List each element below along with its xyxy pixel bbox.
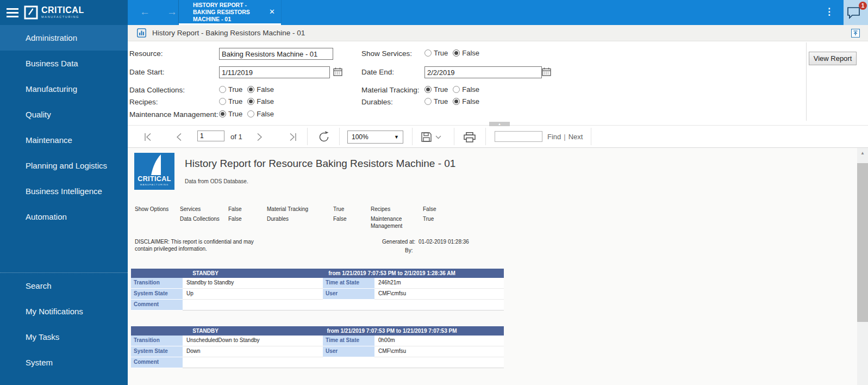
maximize-panel-icon[interactable] xyxy=(851,29,860,38)
data-collections-true-radio[interactable]: True xyxy=(219,85,242,94)
material-tracking-true-radio[interactable]: True xyxy=(424,85,448,94)
find-link[interactable]: Find xyxy=(547,133,561,141)
first-page-icon[interactable] xyxy=(143,133,153,141)
state-period: from 1/21/2019 7:07:53 PM to 2/1/2019 1:… xyxy=(280,269,504,278)
radio-circle-icon[interactable] xyxy=(247,86,254,93)
row-label: User xyxy=(323,289,374,300)
save-export-icon[interactable] xyxy=(421,132,432,142)
radio-circle-icon[interactable] xyxy=(219,110,226,117)
splitter-collapse-handle[interactable]: ▲ xyxy=(489,122,510,126)
zoom-value: 100% xyxy=(352,133,394,141)
resource-input[interactable] xyxy=(219,48,333,60)
recipes-false-radio[interactable]: False xyxy=(247,97,274,105)
data-collections-false-radio[interactable]: False xyxy=(247,85,274,94)
sidebar-item-my-tasks[interactable]: My Tasks xyxy=(0,324,128,350)
page-number-input[interactable] xyxy=(197,131,224,141)
sidebar-item-search[interactable]: Search xyxy=(0,273,128,299)
sidebar-item-quality[interactable]: Quality xyxy=(0,102,128,127)
next-page-icon[interactable] xyxy=(257,133,263,141)
radio-circle-icon[interactable] xyxy=(453,86,460,93)
sidebar-item-administration[interactable]: Administration xyxy=(0,25,128,51)
radio-circle-icon[interactable] xyxy=(247,98,254,105)
maintenance-management-false-radio[interactable]: False xyxy=(247,110,274,118)
toolbar-separator xyxy=(307,128,308,145)
radio-circle-icon[interactable] xyxy=(247,110,254,117)
find-input[interactable] xyxy=(495,131,542,142)
option-name: Services xyxy=(180,206,201,213)
report-logo-sail-icon xyxy=(134,153,174,177)
sidebar-item-system[interactable]: System xyxy=(0,350,128,375)
tab-close-icon[interactable]: ✕ xyxy=(269,8,275,15)
find-next-links: Find|Next xyxy=(547,133,583,141)
refresh-icon[interactable] xyxy=(317,131,330,144)
row-label: Comment xyxy=(131,357,183,368)
notifications-chat-button[interactable]: 1 xyxy=(844,0,868,25)
row-label: Time at State xyxy=(323,278,374,289)
scrollbar-thumb[interactable] xyxy=(857,163,868,322)
material-tracking-false-radio[interactable]: False xyxy=(453,85,479,94)
sidebar-item-manufacturing[interactable]: Manufacturing xyxy=(0,76,128,102)
show-options-label: Show Options xyxy=(135,206,168,213)
material-tracking-radio-group: True False xyxy=(424,85,484,94)
table-row: Transition UnscheduledDown to Standby Ti… xyxy=(131,336,504,346)
radio-circle-icon[interactable] xyxy=(219,86,226,93)
forward-arrow-icon[interactable]: → xyxy=(167,6,177,18)
date-end-input[interactable] xyxy=(424,66,542,78)
option-value: True xyxy=(423,215,434,222)
report-viewer-toolbar: of 1 100% ▼ xyxy=(128,125,868,148)
durables-true-radio[interactable]: True xyxy=(424,97,448,105)
next-link[interactable]: Next xyxy=(569,133,583,141)
link-separator: | xyxy=(564,133,565,141)
date-start-label: Date Start: xyxy=(129,68,165,76)
sidebar-nav-bottom: Search My Notifications My Tasks System xyxy=(0,273,128,375)
date-end-calendar-icon[interactable] xyxy=(542,67,551,76)
chevron-down-icon: ▼ xyxy=(394,134,399,140)
radio-circle-icon[interactable] xyxy=(424,98,432,105)
hamburger-menu-icon[interactable] xyxy=(7,6,18,20)
scroll-up-icon[interactable]: ▲ xyxy=(857,148,868,158)
radio-circle-icon[interactable] xyxy=(424,86,432,93)
date-start-calendar-icon[interactable] xyxy=(333,67,342,76)
radio-circle-icon[interactable] xyxy=(453,98,460,105)
maintenance-management-true-radio[interactable]: True xyxy=(219,110,242,118)
save-dropdown-chevron-icon[interactable] xyxy=(435,135,441,139)
sidebar-item-automation[interactable]: Automation xyxy=(0,204,128,229)
previous-page-icon[interactable] xyxy=(176,133,182,141)
show-services-true-radio[interactable]: True xyxy=(424,49,448,57)
table-row: Comment xyxy=(131,357,504,368)
option-value: False xyxy=(423,206,436,213)
view-report-button[interactable]: View Report xyxy=(809,52,857,65)
durables-label: Durables: xyxy=(361,98,393,106)
row-label: User xyxy=(323,346,374,357)
sidebar-item-business-intelligence[interactable]: Business Intelligence xyxy=(0,178,128,204)
kebab-menu-icon[interactable]: ⋮ xyxy=(825,7,834,16)
print-icon[interactable] xyxy=(464,132,476,142)
sidebar-item-planning-logistics[interactable]: Planning and Logistics xyxy=(0,153,128,178)
row-value: CMF\cmfsu xyxy=(374,346,504,357)
durables-false-radio[interactable]: False xyxy=(453,97,479,105)
report-logo: CRITICAL MANUFACTURING xyxy=(134,153,174,190)
radio-circle-icon[interactable] xyxy=(453,49,460,57)
radio-circle-icon[interactable] xyxy=(219,98,226,105)
date-end-label: Date End: xyxy=(361,68,394,76)
sidebar-item-my-notifications[interactable]: My Notifications xyxy=(0,299,128,324)
toolbar-separator xyxy=(591,128,591,145)
vertical-scrollbar[interactable]: ▲ xyxy=(857,148,868,385)
tab-history-report[interactable]: HISTORY REPORT - BAKING RESISTORS MACHIN… xyxy=(178,0,282,25)
sidebar-item-business-data[interactable]: Business Data xyxy=(0,51,128,76)
table-row: System State Down User CMF\cmfsu xyxy=(131,346,504,357)
option-name: Recipes xyxy=(371,206,390,213)
resource-label: Resource: xyxy=(129,49,163,58)
back-arrow-icon[interactable]: ← xyxy=(140,6,150,18)
params-divider xyxy=(806,42,807,121)
radio-circle-icon[interactable] xyxy=(424,49,432,57)
state-table: STANDBY from 1/21/2019 7:07:53 PM to 2/1… xyxy=(131,269,504,311)
last-page-icon[interactable] xyxy=(288,133,298,141)
recipes-true-radio[interactable]: True xyxy=(219,97,242,105)
date-start-input[interactable] xyxy=(219,66,330,78)
sidebar-header: CRITICAL MANUFACTURING xyxy=(0,0,128,25)
generated-by-label: By: xyxy=(405,247,413,254)
show-services-false-radio[interactable]: False xyxy=(453,49,479,57)
zoom-select[interactable]: 100% ▼ xyxy=(347,131,403,144)
sidebar-item-maintenance[interactable]: Maintenance xyxy=(0,127,128,153)
